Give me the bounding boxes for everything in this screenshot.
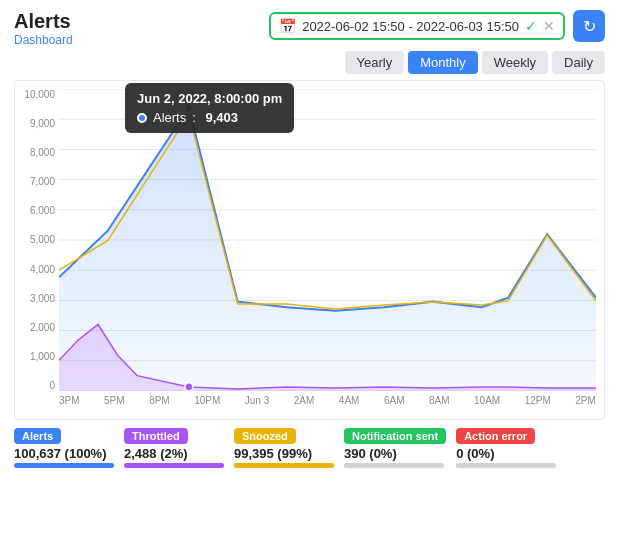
- y-label: 1,000: [30, 351, 55, 362]
- legend-area: Alerts 100,637 (100%) Throttled 2,488 (2…: [0, 420, 619, 468]
- throttled-dot: [185, 383, 193, 391]
- page-title: Alerts: [14, 10, 73, 33]
- y-label: 6,000: [30, 205, 55, 216]
- snoozed-value: 99,395 (99%): [234, 446, 312, 461]
- x-label-4am: 4AM: [339, 395, 360, 406]
- check-icon: ✓: [525, 18, 537, 34]
- chart-container: 10,000 9,000 8,000 7,000 6,000 5,000 4,0…: [14, 80, 605, 420]
- controls: 📅 2022-06-02 15:50 - 2022-06-03 15:50 ✓ …: [269, 10, 605, 42]
- title-area: Alerts Dashboard: [14, 10, 73, 47]
- alerts-bar: [14, 463, 114, 468]
- y-axis: 10,000 9,000 8,000 7,000 6,000 5,000 4,0…: [15, 89, 59, 391]
- action-error-bar: [456, 463, 556, 468]
- legend-alerts: Alerts 100,637 (100%): [14, 428, 114, 468]
- date-range-input[interactable]: 📅 2022-06-02 15:50 - 2022-06-03 15:50 ✓ …: [269, 12, 565, 40]
- weekly-button[interactable]: Weekly: [482, 51, 548, 74]
- legend-notification: Notification sent 390 (0%): [344, 428, 446, 468]
- x-label-3pm: 3PM: [59, 395, 80, 406]
- y-label: 3,000: [30, 293, 55, 304]
- y-label: 7,000: [30, 176, 55, 187]
- legend-throttled: Throttled 2,488 (2%): [124, 428, 224, 468]
- y-label: 4,000: [30, 264, 55, 275]
- throttled-bar: [124, 463, 224, 468]
- x-label-5pm: 5PM: [104, 395, 125, 406]
- chart-svg: [59, 89, 596, 391]
- x-label-10pm: 10PM: [194, 395, 220, 406]
- period-buttons: Yearly Monthly Weekly Daily: [0, 51, 619, 80]
- refresh-button[interactable]: ↻: [573, 10, 605, 42]
- alerts-value: 100,637 (100%): [14, 446, 107, 461]
- throttled-badge: Throttled: [124, 428, 188, 444]
- header: Alerts Dashboard 📅 2022-06-02 15:50 - 20…: [0, 0, 619, 51]
- notification-bar: [344, 463, 444, 468]
- alerts-badge: Alerts: [14, 428, 61, 444]
- x-label-6am: 6AM: [384, 395, 405, 406]
- yearly-button[interactable]: Yearly: [345, 51, 405, 74]
- peak-dot-inner: [185, 104, 193, 112]
- date-range-value: 2022-06-02 15:50 - 2022-06-03 15:50: [302, 19, 519, 34]
- notification-badge: Notification sent: [344, 428, 446, 444]
- snoozed-badge: Snoozed: [234, 428, 296, 444]
- page-wrapper: Alerts Dashboard 📅 2022-06-02 15:50 - 20…: [0, 0, 619, 468]
- y-label: 10,000: [24, 89, 55, 100]
- close-icon[interactable]: ✕: [543, 18, 555, 34]
- daily-button[interactable]: Daily: [552, 51, 605, 74]
- y-label: 8,000: [30, 147, 55, 158]
- calendar-icon: 📅: [279, 18, 296, 34]
- x-axis: 3PM 5PM 8PM 10PM Jun 3 2AM 4AM 6AM 8AM 1…: [59, 391, 596, 419]
- x-label-8pm: 8PM: [149, 395, 170, 406]
- x-label-12pm: 12PM: [525, 395, 551, 406]
- y-label: 5,000: [30, 234, 55, 245]
- y-label: 2,000: [30, 322, 55, 333]
- y-label: 9,000: [30, 118, 55, 129]
- x-label-10am: 10AM: [474, 395, 500, 406]
- action-error-badge: Action error: [456, 428, 535, 444]
- x-label-jun3: Jun 3: [245, 395, 269, 406]
- legend-snoozed: Snoozed 99,395 (99%): [234, 428, 334, 468]
- x-label-8am: 8AM: [429, 395, 450, 406]
- breadcrumb[interactable]: Dashboard: [14, 33, 73, 47]
- y-label: 0: [49, 380, 55, 391]
- notification-value: 390 (0%): [344, 446, 397, 461]
- x-label-2am: 2AM: [294, 395, 315, 406]
- snoozed-bar: [234, 463, 334, 468]
- alerts-area: [59, 108, 596, 391]
- monthly-button[interactable]: Monthly: [408, 51, 478, 74]
- action-error-value: 0 (0%): [456, 446, 494, 461]
- x-label-2pm: 2PM: [575, 395, 596, 406]
- throttled-value: 2,488 (2%): [124, 446, 188, 461]
- legend-action-error: Action error 0 (0%): [456, 428, 556, 468]
